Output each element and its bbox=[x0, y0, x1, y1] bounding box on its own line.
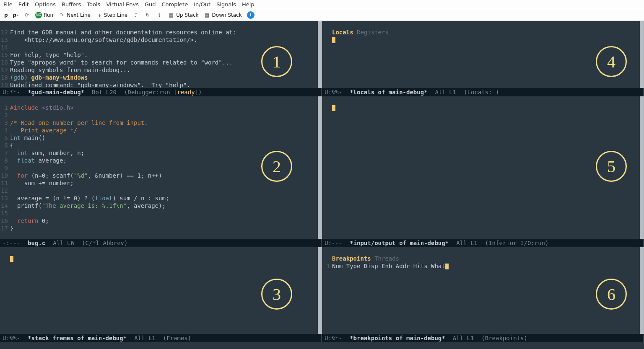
menuitem-buffers[interactable]: Buffers bbox=[62, 1, 81, 8]
main-grid: 12Find the GDB manual and other document… bbox=[0, 21, 644, 342]
modeline-gud[interactable]: U:**- *gud-main-debug* Bot L20 (Debugger… bbox=[0, 88, 322, 96]
tab-breakpoints[interactable]: Breakpoints bbox=[332, 255, 371, 262]
info-icon[interactable]: i bbox=[247, 11, 254, 19]
step-into-icon: ↴ bbox=[96, 12, 102, 18]
toolbar-p[interactable]: p bbox=[4, 12, 8, 18]
breakpoints-body[interactable]: Breakpoints Threads 1Num Type Disp Enb A… bbox=[322, 247, 644, 334]
menuitem-tools[interactable]: Tools bbox=[87, 1, 100, 8]
run-button[interactable]: GORun bbox=[35, 12, 53, 18]
modeline-stack[interactable]: U:%%- *stack frames of main-debug* All L… bbox=[0, 334, 322, 342]
step-out-icon[interactable]: ⤴ bbox=[132, 12, 139, 18]
scrollbar[interactable] bbox=[640, 96, 644, 239]
step-over-icon: ↷ bbox=[58, 12, 65, 18]
minibuffer[interactable] bbox=[0, 342, 644, 349]
menuitem-complete[interactable]: Complete bbox=[162, 1, 188, 8]
gud-body[interactable]: 12Find the GDB manual and other document… bbox=[0, 21, 322, 88]
next-line-button[interactable]: ↷Next Line bbox=[58, 12, 91, 18]
continue-icon[interactable]: ↻ bbox=[144, 12, 151, 18]
menuitem-gud[interactable]: Gud bbox=[145, 1, 156, 8]
source-body[interactable]: 1#include <stdio.h> 2 3/* Read one numbe… bbox=[0, 96, 322, 239]
pane-source[interactable]: 1#include <stdio.h> 2 3/* Read one numbe… bbox=[0, 96, 322, 247]
refresh-icon[interactable]: ⟳ bbox=[23, 12, 30, 18]
menuitem-file[interactable]: File bbox=[3, 1, 13, 8]
pane-gud[interactable]: 12Find the GDB manual and other document… bbox=[0, 21, 322, 96]
stack-up-icon: ▤ bbox=[168, 12, 174, 18]
io-body[interactable] bbox=[322, 96, 644, 239]
menuitem-signals[interactable]: Signals bbox=[216, 1, 236, 8]
tab-locals[interactable]: Locals bbox=[332, 29, 353, 36]
menuitem-edit[interactable]: Edit bbox=[18, 1, 29, 8]
up-stack-button[interactable]: ▤Up Stack bbox=[168, 12, 198, 18]
toolbar-p-minus[interactable]: p- bbox=[13, 12, 19, 18]
pane-locals[interactable]: Locals Registers 4 U:%%- *locals of main… bbox=[322, 21, 644, 96]
menuitem-virtual-envs[interactable]: Virtual Envs bbox=[106, 1, 139, 8]
locals-body[interactable]: Locals Registers bbox=[322, 21, 644, 88]
scrollbar[interactable] bbox=[318, 96, 322, 239]
finish-icon[interactable]: ⤵ bbox=[156, 12, 163, 18]
toolbar: p p- ⟳ GORun ↷Next Line ↴Step Line ⤴ ↻ ⤵… bbox=[0, 9, 644, 21]
scrollbar[interactable] bbox=[318, 247, 322, 334]
step-line-button[interactable]: ↴Step Line bbox=[96, 12, 127, 18]
stack-down-icon: ▤ bbox=[204, 12, 210, 18]
tab-registers[interactable]: Registers bbox=[357, 29, 389, 36]
scrollbar[interactable] bbox=[318, 21, 322, 88]
modeline-breakpoints[interactable]: U:%*- *breakpoints of main-debug* All L1… bbox=[322, 334, 644, 342]
menubar: File Edit Options Buffers Tools Virtual … bbox=[0, 0, 644, 9]
modeline-locals[interactable]: U:%%- *locals of main-debug* All L1 (Loc… bbox=[322, 88, 644, 96]
down-stack-button[interactable]: ▤Down Stack bbox=[204, 12, 242, 18]
stack-body[interactable] bbox=[0, 247, 322, 334]
tab-threads[interactable]: Threads bbox=[374, 255, 399, 262]
menuitem-in-out[interactable]: In/Out bbox=[194, 1, 210, 8]
pane-breakpoints[interactable]: Breakpoints Threads 1Num Type Disp Enb A… bbox=[322, 247, 644, 342]
play-icon: GO bbox=[35, 12, 42, 18]
scrollbar[interactable] bbox=[640, 247, 644, 334]
modeline-io[interactable]: U:--- *input/output of main-debug* All L… bbox=[322, 239, 644, 247]
menuitem-options[interactable]: Options bbox=[35, 1, 56, 8]
modeline-source[interactable]: -:--- bug.c All L6 (C/*l Abbrev) bbox=[0, 239, 322, 247]
pane-io[interactable]: 5 U:--- *input/output of main-debug* All… bbox=[322, 96, 644, 247]
pane-stack[interactable]: 3 U:%%- *stack frames of main-debug* All… bbox=[0, 247, 322, 342]
menuitem-help[interactable]: Help bbox=[242, 1, 254, 8]
scrollbar[interactable] bbox=[640, 21, 644, 88]
